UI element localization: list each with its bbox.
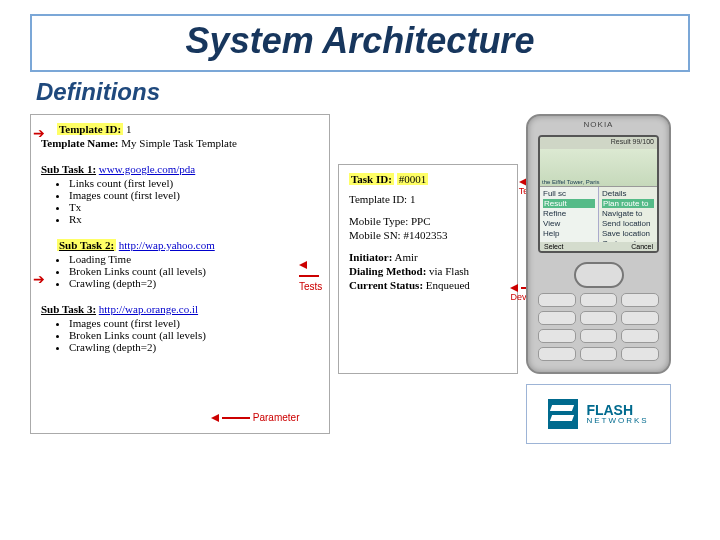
list-item: Rx	[69, 213, 319, 225]
list-item: Images count (first level)	[69, 189, 319, 201]
menu-item[interactable]: Help	[543, 229, 595, 238]
mobile-sn-value: #1402353	[403, 229, 447, 241]
subtask1-url[interactable]: www.google.com/pda	[99, 163, 195, 175]
phone-screen: Result 99/100 the Eiffel Tower, Paris Fu…	[538, 135, 659, 253]
menu-item[interactable]: View	[543, 219, 595, 228]
phone-key[interactable]	[538, 329, 576, 343]
template-panel: ➔ Template ID: 1 Template Name: My Simpl…	[30, 114, 330, 434]
list-item: Broken Links count (all levels)	[69, 329, 319, 341]
phone-key[interactable]	[580, 311, 618, 325]
phone-key[interactable]	[580, 293, 618, 307]
phone-key[interactable]	[580, 329, 618, 343]
template-name-value: My Simple Task Template	[121, 137, 237, 149]
title-box: System Architecture	[30, 14, 690, 72]
list-item: Crawling (depth=2)	[69, 341, 319, 353]
phone-dpad[interactable]	[538, 261, 659, 289]
phone-key[interactable]	[621, 311, 659, 325]
flash-logo-icon	[548, 399, 578, 429]
subtask3-list: Images count (first level) Broken Links …	[69, 317, 319, 353]
phone-keypad	[538, 261, 659, 361]
phone-mockup: NOKIA Result 99/100 the Eiffel Tower, Pa…	[526, 114, 671, 374]
page-title: System Architecture	[42, 20, 678, 62]
subtask3-url[interactable]: http://wap.orange.co.il	[99, 303, 198, 315]
phone-result-bar: Result 99/100	[540, 137, 657, 149]
menu-item[interactable]: Save location	[602, 229, 654, 238]
template-name-label: Template Name:	[41, 137, 119, 149]
menu-item[interactable]: Details	[602, 189, 654, 198]
template-id-label: Template ID:	[349, 193, 407, 205]
template-id-value: 1	[126, 123, 132, 135]
phone-map: the Eiffel Tower, Paris	[540, 149, 657, 187]
device-column: NOKIA Result 99/100 the Eiffel Tower, Pa…	[526, 114, 671, 444]
task-id-label: Task ID:	[349, 173, 394, 185]
phone-key[interactable]	[621, 347, 659, 361]
subtask2-list: Loading Time Broken Links count (all lev…	[69, 253, 319, 289]
list-item: Loading Time	[69, 253, 319, 265]
status-value: Enqueued	[426, 279, 470, 291]
menu-item[interactable]: Refine	[543, 209, 595, 218]
initiator-label: Initiator:	[349, 251, 392, 263]
list-item: Broken Links count (all levels)	[69, 265, 319, 277]
list-item: Crawling (depth=2)	[69, 277, 319, 289]
menu-item[interactable]: Navigate to	[602, 209, 654, 218]
phone-key[interactable]	[621, 329, 659, 343]
callout-parameter: Parameter	[211, 412, 299, 423]
dialing-label: Dialing Method:	[349, 265, 426, 277]
list-item: Links count (first level)	[69, 177, 319, 189]
list-item: Images count (first level)	[69, 317, 319, 329]
template-id-label: Template ID:	[57, 123, 123, 135]
template-id-value: 1	[410, 193, 416, 205]
subtask2-url[interactable]: http://wap.yahoo.com	[119, 239, 215, 251]
phone-map-label: the Eiffel Tower, Paris	[542, 179, 599, 185]
section-subtitle: Definitions	[36, 78, 720, 106]
mobile-type-label: Mobile Type:	[349, 215, 408, 227]
logo-box: FLASH NETWORKS	[526, 384, 671, 444]
subtask3-label: Sub Task 3:	[41, 303, 96, 315]
softkey-left[interactable]: Select	[544, 243, 563, 250]
list-item: Tx	[69, 201, 319, 213]
subtask1-list: Links count (first level) Images count (…	[69, 177, 319, 225]
phone-key[interactable]	[538, 347, 576, 361]
phone-key[interactable]	[538, 311, 576, 325]
initiator-value: Amir	[395, 251, 418, 263]
phone-softkeys: Select Cancel	[540, 242, 657, 251]
phone-brand: NOKIA	[528, 120, 669, 129]
phone-key[interactable]	[621, 293, 659, 307]
arrow-icon: ➔	[33, 125, 45, 142]
subtask2-label: Sub Task 2:	[57, 239, 116, 251]
content-area: ➔ Template ID: 1 Template Name: My Simpl…	[30, 114, 690, 444]
mobile-sn-label: Mobile SN:	[349, 229, 401, 241]
subtask1-label: Sub Task 1:	[41, 163, 96, 175]
menu-item[interactable]: Plan route to	[602, 199, 654, 208]
task-panel: Task ID: #0001 Template ID: 1 from Task …	[338, 164, 518, 374]
status-label: Current Status:	[349, 279, 423, 291]
softkey-right[interactable]: Cancel	[631, 243, 653, 250]
menu-item[interactable]: Result	[543, 199, 595, 208]
phone-key[interactable]	[538, 293, 576, 307]
mobile-type-value: PPC	[411, 215, 431, 227]
task-id-value: #0001	[397, 173, 429, 185]
logo-sub: NETWORKS	[586, 417, 648, 425]
arrow-icon: ➔	[33, 271, 45, 288]
phone-key[interactable]	[580, 347, 618, 361]
callout-tests: Tests	[299, 259, 329, 292]
menu-item[interactable]: Full sc	[543, 189, 595, 198]
dialing-value: via Flash	[429, 265, 469, 277]
menu-item[interactable]: Send location	[602, 219, 654, 228]
logo-text: FLASH NETWORKS	[586, 403, 648, 425]
